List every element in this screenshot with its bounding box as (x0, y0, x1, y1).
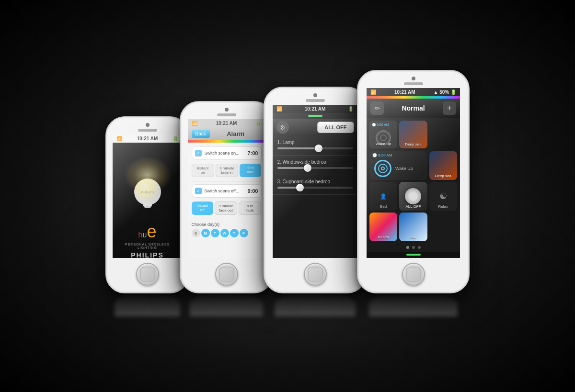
pill-instant-on[interactable]: Instanton (192, 164, 214, 177)
speaker-grille-2 (217, 113, 236, 116)
day-thursday[interactable]: T (230, 229, 239, 237)
beach-label: Beach (369, 235, 397, 239)
home-button-1[interactable] (136, 263, 159, 286)
camera-dot-2 (225, 108, 229, 112)
home-button-2[interactable] (215, 263, 238, 286)
status-bar-3: 📶 10:21 AM 🔋 (273, 105, 358, 113)
status-time-4: 10:21 AM (394, 90, 415, 95)
lamp-1-name: 1. Lamp (277, 140, 353, 145)
wifi-icon: 📶 (116, 136, 122, 141)
home-button-4[interactable] (402, 263, 425, 286)
wake-up-label: Wake Up (395, 166, 413, 171)
day-monday[interactable]: M (201, 229, 210, 237)
day-friday[interactable]: F (240, 229, 248, 237)
scenes-grid-main: 🕘 9:00 AM Wake Up Deep sea 👤 Bed (367, 151, 460, 243)
battery-icon-3: 🔋 (348, 106, 354, 112)
speaker-grille (138, 129, 157, 132)
scene-wake-up[interactable]: 🕘 9:00 AM Wake Up (369, 121, 397, 148)
day-tuesday[interactable]: T (211, 229, 219, 237)
scene-bed[interactable]: 👤 Bed (369, 182, 397, 211)
scene-label-wake: Wake Up (370, 142, 397, 146)
lamp-2-slider[interactable] (277, 167, 353, 169)
lamp-header: ⚙ ALL OFF (273, 119, 358, 136)
bed-label: Bed (369, 204, 397, 209)
phone1-screen: 📶 10:21 AM 🔋 (113, 134, 182, 258)
svg-rect-2 (144, 206, 151, 208)
fade-pills-row1: Instanton 3 minutefade in 9 mfade (192, 164, 262, 177)
scene-on-label: Switch scene on... (205, 151, 248, 156)
yin-yang-icon: ☯ (439, 191, 447, 202)
phone4-screen: 📶 10:21 AM ▲ 50% 🔋 ✏ Normal + 🕘 9:00 AM (367, 88, 460, 258)
hue-tagline: PERSONAL WIRELESS LIGHTING (117, 243, 177, 249)
add-scene-button[interactable]: + (443, 101, 456, 115)
scene-beach[interactable]: Beach (369, 213, 397, 241)
pencil-edit-button[interactable]: ✏ (370, 101, 384, 115)
hue-letter-e: e (147, 222, 156, 241)
camera-dot (146, 123, 150, 127)
phone-3-lamps: 📶 10:21 AM 🔋 ⚙ ALL OFF 1. Lamp (264, 87, 367, 293)
wifi-icon-4: 📶 (370, 90, 376, 95)
all-off-button[interactable]: ALL OFF (317, 122, 354, 133)
status-bar-2: 📶 10:21 AM 🔋 (188, 119, 265, 127)
wifi-icon-3: 📶 (276, 106, 282, 112)
all-off-label: ALL OFF (399, 204, 427, 209)
pill-9m-fade2[interactable]: 9 mfade (239, 202, 261, 215)
scenes-grid: 🕘 9:00 AM Wake Up Deep sea (367, 118, 460, 151)
back-button[interactable]: Back (192, 130, 210, 138)
camera-dot-3 (313, 93, 317, 97)
status-time-1: 10:21 AM (137, 136, 158, 141)
scene-on-time: 7:00 (247, 150, 258, 156)
philips-brand: PHILIPS (117, 251, 177, 258)
alarm-content: ✓ Switch scene on... 7:00 Instanton 3 mi… (188, 143, 265, 241)
person-icon: 👤 (380, 193, 387, 200)
relax-label: Relax (429, 204, 457, 209)
scene-off-label: Switch scene off... (205, 189, 248, 193)
scene-off-row: ✓ Switch scene off... 9:00 (192, 184, 262, 198)
scenes-header: ✏ Normal + (367, 99, 460, 118)
pill-9m-fade1[interactable]: 9 mfade (240, 164, 261, 177)
phone-2-alarm: 📶 10:21 AM 🔋 Back Alarm ✓ Switch scene o… (180, 101, 273, 293)
alarm-circle-icon (374, 160, 391, 177)
settings-icon[interactable]: ⚙ (276, 121, 289, 134)
page-dot-indicators (367, 243, 460, 252)
dot-1 (406, 246, 409, 249)
status-bar-4: 📶 10:21 AM ▲ 50% 🔋 (367, 88, 460, 96)
scene-wake-up-wide[interactable]: 🕘 9:00 AM Wake Up (369, 151, 427, 180)
scene-off-time: 9:00 (247, 188, 258, 194)
lamp-3-slider[interactable] (277, 187, 353, 189)
phone-4-scenes: 📶 10:21 AM ▲ 50% 🔋 ✏ Normal + 🕘 9:00 AM (357, 70, 470, 293)
lamp-1-slider[interactable] (277, 147, 353, 149)
scene-deep-sea[interactable]: Deep sea (399, 121, 427, 148)
camera-dot-4 (412, 77, 415, 80)
clock-icon: 🕘 (372, 123, 376, 127)
phone3-screen: 📶 10:21 AM 🔋 ⚙ ALL OFF 1. Lamp (273, 105, 358, 258)
day-wednesday[interactable]: W (220, 229, 229, 237)
pill-3min-fade-out[interactable]: 3 minutefade out (215, 202, 237, 215)
bulb-svg: PHILIPS (131, 166, 164, 209)
scene-on-checkbox[interactable]: ✓ (195, 150, 202, 157)
scenes-title: Normal (384, 104, 443, 112)
dot-3 (418, 246, 421, 249)
wifi-icon-2: 📶 (192, 121, 197, 126)
battery-icon-2: 🔋 (255, 121, 261, 126)
alarm-nav: Back Alarm (188, 127, 265, 140)
hue-logo: hue PERSONAL WIRELESS LIGHTING PHILIPS (117, 222, 177, 258)
scene-relax[interactable]: ☯ Relax (429, 182, 457, 211)
pill-instant-off[interactable]: Instantoff (192, 202, 213, 215)
speaker-grille-3 (306, 99, 325, 102)
status-time-3: 10:21 AM (305, 106, 326, 112)
day-chooser: Choose day(s) S M T W T F (192, 222, 262, 237)
alarm-title: Alarm (210, 130, 262, 137)
scene-label-deepsea: Deep sea (399, 142, 427, 146)
scene-all-off[interactable]: ALL OFF (399, 182, 427, 211)
scene-off-checkbox[interactable]: ✓ (195, 188, 202, 194)
status-bar-1: 📶 10:21 AM 🔋 (113, 134, 182, 143)
day-sunday[interactable]: S (192, 229, 200, 237)
scene-ski[interactable]: Ski (399, 213, 427, 241)
green-indicator-bar (273, 113, 358, 119)
pill-3min-fade-in[interactable]: 3 minutefade in (216, 164, 238, 177)
lamp-item-2: 2. Window-side bedroo (273, 156, 358, 175)
lamp-item-1: 1. Lamp (273, 136, 358, 156)
home-button-3[interactable] (304, 263, 327, 286)
scene-deep-sea-tile[interactable]: Deep sea (429, 151, 457, 180)
